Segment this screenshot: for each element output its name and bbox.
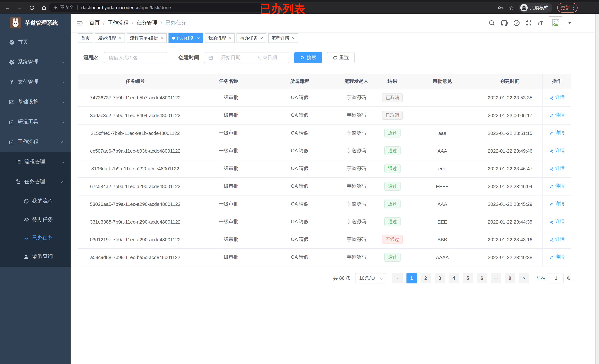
reset-button[interactable]: 重置 (327, 52, 355, 63)
refresh-icon (333, 55, 337, 60)
cell-starter: 芋道源码 (335, 195, 378, 213)
yen-icon: ¥ (9, 79, 15, 85)
dashboard-icon (9, 39, 15, 45)
sidebar-collapse-icon[interactable] (76, 19, 83, 27)
sidebar-item-devtools[interactable]: 研发工具 (0, 112, 70, 132)
next-page-button[interactable]: › (519, 273, 529, 283)
page-size-select[interactable]: 10条/页 (355, 273, 386, 283)
detail-link[interactable]: 详情 (549, 165, 565, 172)
tab-home[interactable]: 首页 (78, 33, 93, 43)
tab-process-detail[interactable]: 流程详情× (268, 33, 298, 43)
search-button[interactable]: 搜索 (294, 52, 322, 63)
detail-link[interactable]: 详情 (549, 201, 565, 207)
cell-starter: 芋道源码 (335, 248, 378, 266)
sidebar-item-done-tasks[interactable]: 已办任务 (0, 229, 70, 247)
page-button-1[interactable]: 1 (406, 273, 417, 283)
avatar[interactable] (549, 16, 563, 30)
browser-reload-icon[interactable] (29, 5, 35, 11)
cell-comment (407, 89, 478, 107)
cell-comment: aaa (407, 124, 478, 142)
app-logo-row[interactable]: 芋道管理系统 (0, 14, 70, 32)
page-button-6[interactable]: 6 (477, 273, 487, 283)
breadcrumb-home[interactable]: 首页 (89, 20, 100, 26)
sidebar-item-home[interactable]: 首页 (0, 32, 70, 52)
sidebar-item-process-management[interactable]: 流程管理 (0, 152, 70, 172)
start-date-placeholder[interactable]: 开始日期 (213, 54, 248, 61)
search-form: 流程名 创建时间 开始日期 - 结束日期 搜索 重 (84, 52, 571, 63)
sidebar-item-infrastructure[interactable]: 基础设施 (0, 92, 70, 112)
sidebar-item-payment[interactable]: ¥ 支付管理 (0, 72, 70, 92)
browser-back-icon[interactable]: ← (4, 5, 10, 11)
end-date-placeholder[interactable]: 结束日期 (250, 54, 285, 61)
tab-my-process[interactable]: 我的流程× (205, 33, 235, 43)
url-bar[interactable]: 不安全 dashboard.yudao.iocoder.cn/bpm/task/… (49, 3, 263, 12)
tab-start-process[interactable]: 发起流程× (95, 33, 125, 43)
page-button-5[interactable]: 5 (463, 273, 473, 283)
close-icon[interactable]: × (119, 36, 121, 40)
breadcrumb-workflow[interactable]: 工作流程 (108, 20, 129, 26)
tab-todo-tasks[interactable]: 待办任务× (237, 33, 266, 43)
sidebar-item-leave-query[interactable]: 请假查询 (0, 247, 70, 266)
page-button-3[interactable]: 3 (435, 273, 445, 283)
detail-link[interactable]: 详情 (549, 130, 565, 136)
prev-page-button[interactable]: ‹ (392, 273, 403, 283)
table-row: ec507ae6-7b9a-11ec-b03b-acde48001122 一级审… (78, 142, 571, 160)
browser-update-button[interactable]: 更新 (557, 3, 578, 13)
tab-process-form-edit[interactable]: 流程表单-编辑× (127, 33, 167, 43)
more-pages-button[interactable]: ··· (491, 273, 501, 283)
toolbox-icon (9, 119, 15, 125)
sidebar-item-todo-tasks[interactable]: 待办任务 (0, 210, 70, 229)
cell-process: OA 请假 (264, 213, 335, 231)
security-label[interactable]: 不安全 (60, 4, 73, 11)
detail-link[interactable]: 详情 (549, 236, 565, 243)
browser-forward-icon[interactable]: → (17, 5, 23, 11)
detail-link[interactable]: 详情 (549, 94, 565, 101)
browser-home-icon[interactable] (41, 5, 47, 11)
date-range-picker[interactable]: 开始日期 - 结束日期 (204, 52, 289, 63)
detail-link[interactable]: 详情 (549, 219, 565, 225)
page-button-2[interactable]: 2 (421, 273, 431, 283)
close-icon[interactable]: × (229, 36, 231, 40)
incognito-label: 无痕模式 (530, 5, 549, 11)
chevron-up-icon (61, 181, 64, 184)
sidebar-item-workflow[interactable]: 工作流程 (0, 132, 70, 152)
sidebar-item-system[interactable]: 系统管理 (0, 52, 70, 72)
close-icon[interactable]: × (197, 36, 200, 40)
sidebar-item-label: 首页 (18, 39, 28, 45)
sidebar-item-task-management[interactable]: 任务管理 (0, 172, 70, 192)
detail-link[interactable]: 详情 (549, 254, 565, 260)
edit-pencil-icon (549, 202, 554, 206)
search-icon[interactable] (488, 20, 495, 26)
browser-menu-icon[interactable] (573, 6, 574, 10)
bookmark-star-icon[interactable]: ☆ (509, 5, 514, 10)
password-key-icon[interactable] (497, 4, 504, 11)
table-row: 03d1219e-7b9a-11ec-a290-acde48001122 一级审… (78, 231, 571, 248)
detail-link[interactable]: 详情 (549, 148, 565, 154)
close-icon[interactable]: × (292, 36, 295, 40)
goto-page-input[interactable] (549, 273, 564, 283)
tab-done-tasks[interactable]: 已办任务× (168, 33, 203, 43)
list-icon (16, 159, 21, 165)
sidebar-item-my-process[interactable]: 我的流程 (0, 192, 70, 210)
table-row: 67c534a2-7b9a-11ec-a290-acde48001122 一级审… (78, 178, 571, 195)
page-button-9[interactable]: 9 (505, 273, 515, 283)
close-icon[interactable]: × (260, 36, 263, 40)
fullscreen-icon[interactable] (525, 20, 532, 26)
url-text[interactable]: dashboard.yudao.iocoder.cn/bpm/task/done (81, 5, 171, 10)
github-icon[interactable] (501, 19, 508, 27)
scrollbar[interactable] (595, 14, 599, 364)
table-row: 53026aa5-7b9a-11ec-a290-acde48001122 一级审… (78, 195, 571, 213)
detail-link[interactable]: 详情 (549, 183, 565, 189)
avatar-dropdown-caret[interactable] (568, 22, 572, 24)
sidebar-item-label: 系统管理 (18, 59, 38, 65)
close-icon[interactable]: × (160, 36, 163, 40)
detail-link[interactable]: 详情 (549, 112, 565, 118)
svg-text:?: ? (515, 21, 518, 25)
font-size-icon[interactable]: TT (537, 20, 543, 26)
help-icon[interactable]: ? (513, 20, 520, 26)
breadcrumb-task-management[interactable]: 任务管理 (137, 20, 158, 26)
status-badge: 通过 (384, 129, 401, 137)
process-name-input[interactable] (104, 52, 167, 63)
page-button-4[interactable]: 4 (449, 273, 459, 283)
tabs-bar: 首页 发起流程× 流程表单-编辑× 已办任务× 我的流程× 待办任务× 流程详情… (70, 32, 599, 44)
